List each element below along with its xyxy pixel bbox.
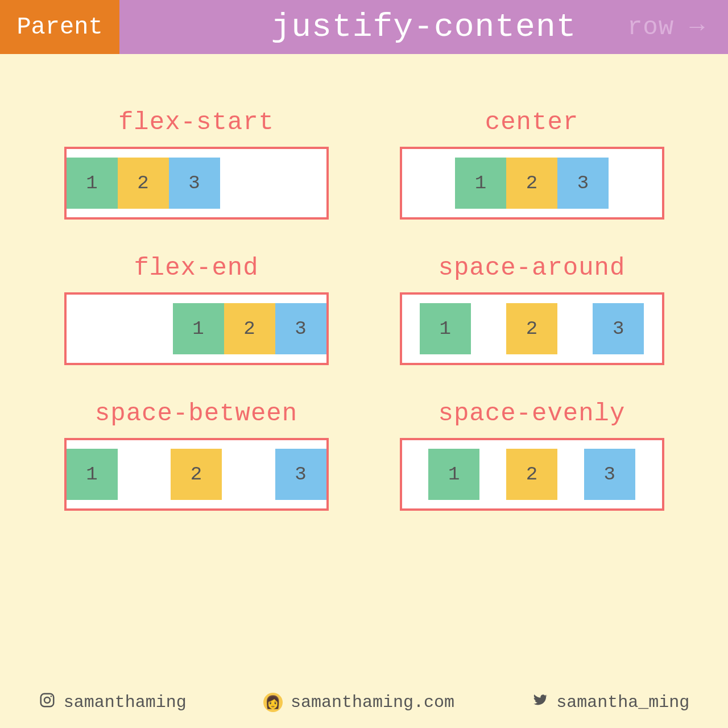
- example-label: space-between: [95, 399, 297, 428]
- footer-twitter-text: samantha_ming: [556, 693, 689, 712]
- example-space-between: space-between 1 2 3: [48, 399, 344, 511]
- flex-container: 1 2 3: [400, 438, 664, 511]
- flex-container: 1 2 3: [400, 292, 664, 365]
- flex-item-1: 1: [67, 449, 118, 500]
- svg-point-1: [44, 697, 50, 703]
- flex-item-2: 2: [118, 158, 169, 209]
- example-flex-start: flex-start 1 2 3: [48, 108, 344, 220]
- flex-item-1: 1: [420, 303, 471, 354]
- header-title-text: justify-content: [271, 9, 576, 46]
- flex-container: 1 2 3: [64, 292, 329, 365]
- flex-item-2: 2: [171, 449, 222, 500]
- instagram-icon: [39, 692, 56, 714]
- footer-website-text: samanthaming.com: [291, 693, 454, 712]
- flex-container: 1 2 3: [64, 147, 329, 220]
- example-label: center: [485, 108, 578, 136]
- example-label: space-around: [439, 254, 626, 282]
- example-center: center 1 2 3: [384, 108, 680, 220]
- flex-item-1: 1: [455, 158, 506, 209]
- flex-item-1: 1: [67, 158, 118, 209]
- header: Parent justify-content row →: [0, 0, 728, 54]
- flex-item-1: 1: [428, 449, 479, 500]
- footer-instagram-text: samanthaming: [64, 693, 187, 712]
- flex-item-3: 3: [557, 158, 609, 209]
- flex-item-3: 3: [275, 449, 326, 500]
- flex-container: 1 2 3: [400, 147, 664, 220]
- example-label: space-evenly: [439, 399, 626, 428]
- example-space-evenly: space-evenly 1 2 3: [384, 399, 680, 511]
- flex-item-2: 2: [506, 303, 557, 354]
- avatar-icon: 👩: [263, 693, 283, 712]
- flex-item-2: 2: [506, 158, 557, 209]
- header-parent-badge: Parent: [0, 0, 119, 54]
- flex-item-3: 3: [275, 303, 326, 354]
- flex-item-2: 2: [224, 303, 275, 354]
- examples-grid: flex-start 1 2 3 center 1 2 3 flex-end 1…: [0, 54, 728, 511]
- svg-point-2: [50, 695, 52, 697]
- example-flex-end: flex-end 1 2 3: [48, 254, 344, 365]
- twitter-icon: [531, 692, 548, 714]
- example-label: flex-end: [134, 254, 258, 282]
- example-label: flex-start: [118, 108, 274, 136]
- flex-container: 1 2 3: [64, 438, 329, 511]
- header-direction-label: row →: [627, 13, 705, 42]
- flex-item-1: 1: [173, 303, 224, 354]
- flex-item-3: 3: [593, 303, 644, 354]
- footer-twitter: samantha_ming: [531, 692, 689, 714]
- flex-item-3: 3: [584, 449, 635, 500]
- footer: samanthaming 👩 samanthaming.com samantha…: [0, 677, 728, 728]
- flex-item-3: 3: [169, 158, 220, 209]
- footer-instagram: samanthaming: [39, 692, 187, 714]
- header-title: justify-content row →: [119, 0, 728, 54]
- svg-rect-0: [40, 693, 53, 706]
- flex-item-2: 2: [506, 449, 557, 500]
- footer-website: 👩 samanthaming.com: [263, 693, 454, 712]
- example-space-around: space-around 1 2 3: [384, 254, 680, 365]
